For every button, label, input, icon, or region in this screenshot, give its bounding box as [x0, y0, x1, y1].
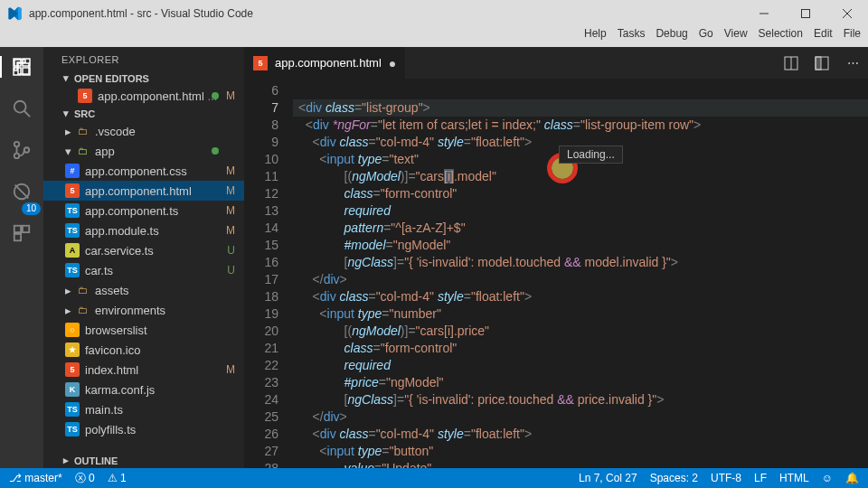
code-line[interactable]: [(ngModel)]="cars[i].price" [293, 323, 868, 340]
code-line[interactable]: </div> [293, 271, 868, 288]
tab-close-icon[interactable]: ● [389, 56, 396, 70]
line-number: 24 [244, 391, 293, 408]
search-icon[interactable] [11, 98, 33, 119]
file-item[interactable]: TSmain.ts [43, 399, 244, 419]
extensions-icon[interactable] [11, 222, 33, 244]
notifications-icon[interactable]: 🔔 [845, 472, 859, 484]
folder-item[interactable]: 🗀assets [43, 280, 244, 300]
file-icon: TS [65, 223, 80, 238]
line-number: 15 [244, 237, 293, 254]
file-item[interactable]: TSapp.module.tsM [43, 221, 244, 240]
svg-rect-13 [14, 234, 21, 240]
language-mode[interactable]: HTML [779, 472, 809, 484]
menu-help[interactable]: Help [584, 27, 607, 47]
folder-icon: 🗀 [75, 303, 90, 317]
debug-icon[interactable] [11, 181, 33, 202]
code-line[interactable]: [ngClass]="{ 'is-invalid': price.touched… [293, 391, 868, 408]
problems-warnings[interactable]: ⚠ 1 [108, 472, 127, 484]
encoding-status[interactable]: UTF-8 [711, 472, 741, 484]
file-icon: 5 [65, 362, 80, 377]
line-number-gutter: 6789101112131415161718192021222324252627… [244, 79, 293, 468]
code-line[interactable]: <input type="number" [293, 305, 868, 323]
file-item[interactable]: 5app.component.htmlM [43, 181, 244, 201]
code-line[interactable]: value="Update" [293, 460, 868, 468]
menu-view[interactable]: View [724, 27, 748, 47]
menu-edit[interactable]: Edit [814, 27, 833, 47]
explorer-icon[interactable] [11, 56, 33, 78]
split-editor-icon[interactable] [776, 47, 807, 79]
file-icon: TS [65, 402, 80, 417]
code-line[interactable]: required [293, 357, 868, 374]
code-area[interactable]: 6789101112131415161718192021222324252627… [244, 79, 868, 468]
file-item[interactable]: Kkarma.conf.js [43, 380, 244, 399]
activity-bar: 10 [0, 47, 43, 468]
folder-item[interactable]: 🗀app [43, 141, 244, 161]
code-line[interactable]: #price="ngModel" [293, 374, 868, 391]
item-label: karma.conf.js [85, 383, 155, 397]
file-icon: ★ [65, 343, 80, 357]
eol-status[interactable]: LF [754, 472, 767, 484]
open-editors-header[interactable]: OPEN EDITORS [43, 70, 244, 86]
code-line[interactable]: pattern="^[a-zA-Z]+$" [293, 220, 868, 237]
code-line[interactable]: class="form-control" [293, 340, 868, 357]
indent-status[interactable]: Spaces: 2 [650, 472, 698, 484]
file-item[interactable]: TScar.tsU [43, 260, 244, 280]
line-number: 26 [244, 426, 293, 443]
editor-layout-icon[interactable] [807, 47, 837, 79]
git-status: M [226, 89, 235, 102]
outline-header[interactable]: OUTLINE [43, 453, 244, 468]
menu-selection[interactable]: Selection [759, 27, 803, 47]
problems-errors[interactable]: ⓧ 0 [75, 471, 95, 486]
file-item[interactable]: #app.component.cssM [43, 161, 244, 181]
menu-file[interactable]: File [844, 27, 861, 47]
html-file-icon: 5 [253, 56, 268, 70]
minimize-button[interactable] [743, 0, 785, 27]
code-line[interactable]: <div class="list-group"> [293, 99, 868, 117]
source-control-icon[interactable] [11, 139, 33, 161]
svg-rect-17 [816, 57, 821, 70]
folder-item[interactable]: 🗀.vscode [43, 121, 244, 141]
menu-debug[interactable]: Debug [656, 27, 687, 47]
code-line[interactable]: <div *ngFor="let item of cars;let i = in… [293, 117, 868, 134]
code-line[interactable]: <div class="col-md-4" style="float:left"… [293, 288, 868, 305]
file-item[interactable]: ★favicon.ico [43, 340, 244, 360]
menu-tasks[interactable]: Tasks [618, 27, 646, 47]
menu-go[interactable]: Go [699, 27, 713, 47]
code-line[interactable]: [(ngModel)]="cars[i].model" [293, 168, 868, 185]
folder-item[interactable]: 🗀environments [43, 300, 244, 320]
code-line[interactable]: required [293, 202, 868, 220]
more-actions-icon[interactable]: ⋯ [837, 47, 868, 79]
code-line[interactable]: [ngClass]="{ 'is-invalid': model.touched… [293, 254, 868, 271]
code-line[interactable]: </div> [293, 408, 868, 426]
git-status: M [226, 224, 235, 237]
code-line[interactable]: <div class="col-md-4" style="float:left"… [293, 426, 868, 443]
chevron-icon [65, 145, 75, 158]
tab-app-component-html[interactable]: 5 app.component.html ● [244, 47, 406, 79]
file-item[interactable]: Acar.service.tsU [43, 240, 244, 260]
src-header[interactable]: SRC [43, 106, 244, 121]
git-branch[interactable]: ⎇ master* [9, 472, 62, 484]
close-button[interactable] [826, 0, 868, 27]
line-number: 13 [244, 202, 293, 220]
code-line[interactable]: #model="ngModel" [293, 237, 868, 254]
file-item[interactable]: ○browserslist [43, 320, 244, 340]
code-line[interactable]: class="form-control" [293, 185, 868, 202]
item-label: browserslist [85, 324, 147, 337]
editor-group: 5 app.component.html ● ⋯ 678910111213141… [244, 47, 868, 468]
file-icon: ○ [65, 323, 80, 337]
code-line[interactable] [293, 82, 868, 99]
item-label: car.service.ts [85, 244, 154, 258]
file-item[interactable]: 5index.htmlM [43, 360, 244, 380]
git-status: M [226, 204, 235, 217]
open-editors-label: OPEN EDITORS [74, 73, 149, 84]
open-editor-item[interactable]: 5app.component.html ...M [43, 86, 244, 106]
cursor-position[interactable]: Ln 7, Col 27 [579, 472, 637, 484]
file-item[interactable]: TSpolyfills.ts [43, 419, 244, 439]
code-content[interactable]: <div class="list-group"> <div *ngFor="le… [293, 79, 868, 468]
code-line[interactable]: <input type="button" [293, 443, 868, 460]
maximize-button[interactable] [785, 0, 826, 27]
file-item[interactable]: TSapp.component.tsM [43, 201, 244, 221]
feedback-icon[interactable]: ☺ [822, 472, 833, 484]
src-label: SRC [74, 108, 95, 119]
file-icon: 5 [78, 89, 92, 103]
